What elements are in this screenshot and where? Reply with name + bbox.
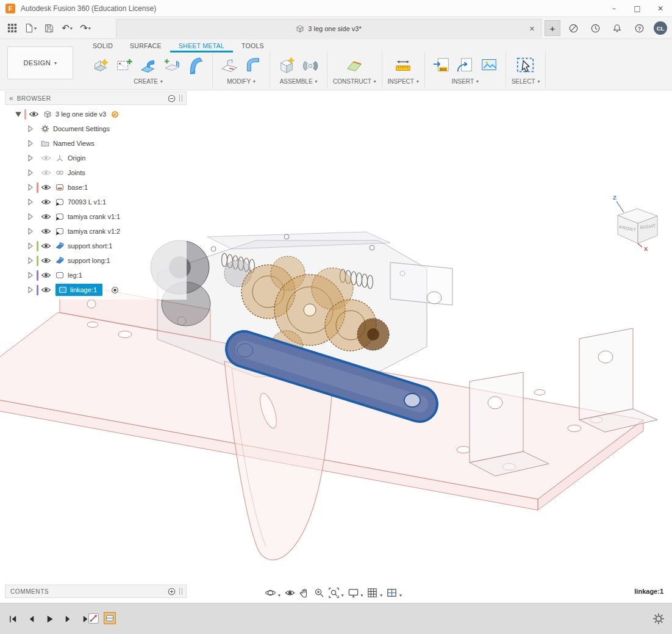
expand-arrow-icon[interactable]	[27, 154, 34, 162]
display-settings-button[interactable]	[346, 585, 360, 600]
redo-button[interactable]: ↷ ▾	[78, 20, 93, 36]
step-back-button[interactable]	[24, 612, 38, 625]
expand-arrow-icon[interactable]	[27, 213, 34, 220]
visibility-eye-icon[interactable]	[41, 286, 51, 294]
pan-button[interactable]	[298, 585, 312, 600]
browser-row-linkage-selected[interactable]: linkage:1	[5, 283, 187, 297]
save-button[interactable]	[41, 20, 56, 36]
visibility-eye-icon[interactable]	[41, 242, 51, 250]
step-forward-button[interactable]	[61, 612, 74, 625]
expand-arrow-icon[interactable]	[27, 257, 34, 264]
look-at-button[interactable]	[283, 585, 297, 600]
panel-drag-handle[interactable]	[179, 588, 182, 595]
expand-arrow-icon[interactable]	[27, 228, 34, 235]
window-maximize-button[interactable]: □	[626, 0, 649, 16]
tab-tools[interactable]: TOOLS	[233, 40, 273, 52]
construct-menu-button[interactable]: CONSTRUCT▾	[333, 78, 376, 85]
browser-row-tamiya-crank-1[interactable]: tamiya crank v1:1	[5, 209, 187, 224]
notifications-button[interactable]	[610, 20, 624, 36]
orbit-caret[interactable]: ▾	[278, 593, 281, 598]
visibility-eye-icon[interactable]	[41, 213, 51, 220]
measure-button[interactable]	[392, 54, 414, 76]
inspect-menu-button[interactable]: INSPECT▾	[388, 78, 419, 85]
browser-row-root[interactable]: 3 leg one side v3	[5, 107, 187, 121]
expand-arrow-icon[interactable]	[27, 140, 34, 147]
browser-row-base[interactable]: base:1	[5, 180, 187, 195]
browser-panel-header[interactable]: « BROWSER	[5, 92, 187, 105]
visibility-eye-icon[interactable]	[41, 272, 51, 279]
tab-solid[interactable]: SOLID	[84, 40, 121, 52]
expand-arrow-icon[interactable]	[15, 110, 22, 118]
activate-component-radio[interactable]	[111, 286, 119, 294]
construction-plane-button[interactable]	[343, 54, 365, 76]
fit-caret[interactable]: ▾	[341, 593, 344, 598]
create-sketch-button[interactable]	[113, 54, 135, 76]
data-panel-grid-button[interactable]	[5, 20, 20, 36]
viewports-caret[interactable]: ▾	[399, 593, 402, 598]
tab-surface[interactable]: SURFACE	[121, 40, 170, 52]
document-tab[interactable]: 3 leg one side v3* ✕	[116, 19, 542, 38]
visibility-eye-icon[interactable]	[41, 228, 51, 235]
new-document-tab-button[interactable]: +	[545, 20, 560, 36]
create-menu-button[interactable]: CREATE▾	[134, 78, 163, 85]
insert-menu-button[interactable]: INSERT▾	[452, 78, 479, 85]
browser-row-tamiya-crank-2[interactable]: tamiya crank v1:2	[5, 224, 187, 239]
browser-row-70093[interactable]: 70093 L v1:1	[5, 195, 187, 209]
browser-row-support-long[interactable]: support long:1	[5, 253, 187, 268]
job-status-button[interactable]	[588, 20, 602, 36]
select-menu-button[interactable]: SELECT▾	[512, 78, 540, 85]
fit-view-button[interactable]	[327, 585, 341, 600]
bracket-right[interactable]	[579, 328, 657, 432]
assemble-menu-button[interactable]: ASSEMBLE▾	[280, 78, 318, 85]
browser-row-support-short[interactable]: support short:1	[5, 239, 187, 253]
tab-close-button[interactable]: ✕	[529, 25, 535, 33]
visibility-eye-icon[interactable]	[41, 257, 51, 264]
insert-svg-button[interactable]: SVG	[431, 54, 452, 76]
go-to-start-button[interactable]	[6, 612, 20, 625]
create-flange-edge-button[interactable]	[161, 54, 183, 76]
expand-arrow-icon[interactable]	[27, 169, 34, 176]
zoom-button[interactable]	[312, 585, 326, 600]
create-flange-button[interactable]	[90, 54, 112, 76]
panel-minimize-icon[interactable]	[168, 95, 176, 103]
create-flange-large-button[interactable]	[185, 54, 207, 76]
expand-arrow-icon[interactable]	[27, 184, 34, 191]
timeline-settings-button[interactable]	[652, 613, 665, 625]
insert-canvas-button[interactable]	[478, 54, 500, 76]
selected-item-highlight[interactable]: linkage:1	[55, 284, 102, 296]
window-minimize-button[interactable]: –	[602, 0, 626, 16]
visibility-eye-icon[interactable]	[41, 198, 51, 206]
browser-row-leg[interactable]: leg:1	[5, 268, 187, 283]
file-menu-button[interactable]: ▾	[23, 20, 38, 36]
visibility-eye-icon[interactable]	[29, 110, 39, 118]
expand-arrow-icon[interactable]	[27, 198, 34, 206]
insert-derive-button[interactable]	[454, 54, 476, 76]
modify-unfold-button[interactable]	[218, 54, 240, 76]
window-close-button[interactable]: ✕	[649, 0, 672, 16]
workspace-switcher-button[interactable]: DESIGN ▾	[7, 46, 73, 79]
view-cube[interactable]: Z FRONT RIGHT X	[601, 191, 672, 253]
visibility-eye-icon[interactable]	[41, 169, 51, 176]
user-avatar[interactable]: CL	[654, 21, 667, 35]
help-button[interactable]: ?	[632, 20, 646, 36]
browser-row-named-views[interactable]: Named Views	[5, 136, 187, 151]
timeline-feature-selected[interactable]	[103, 610, 116, 626]
play-button[interactable]	[43, 612, 56, 625]
panel-drag-handle[interactable]	[179, 95, 182, 102]
select-tool-button[interactable]	[515, 54, 537, 76]
browser-row-origin[interactable]: Origin	[5, 151, 187, 165]
modify-fillet-button[interactable]	[242, 54, 264, 76]
expand-arrow-icon[interactable]	[27, 242, 34, 250]
visibility-eye-icon[interactable]	[41, 184, 51, 191]
undo-button[interactable]: ↶ ▾	[60, 20, 74, 36]
browser-row-joints[interactable]: Joints	[5, 165, 187, 180]
grid-settings-button[interactable]	[365, 585, 379, 600]
expand-arrow-icon[interactable]	[27, 286, 34, 294]
panel-expand-icon[interactable]	[168, 588, 176, 596]
browser-row-document-settings[interactable]: Document Settings	[5, 121, 187, 136]
new-component-button[interactable]	[276, 54, 298, 76]
expand-arrow-icon[interactable]	[27, 125, 34, 132]
tab-sheet-metal[interactable]: SHEET METAL	[170, 40, 233, 52]
modify-menu-button[interactable]: MODIFY▾	[227, 78, 256, 85]
create-bend-button[interactable]	[137, 54, 159, 76]
